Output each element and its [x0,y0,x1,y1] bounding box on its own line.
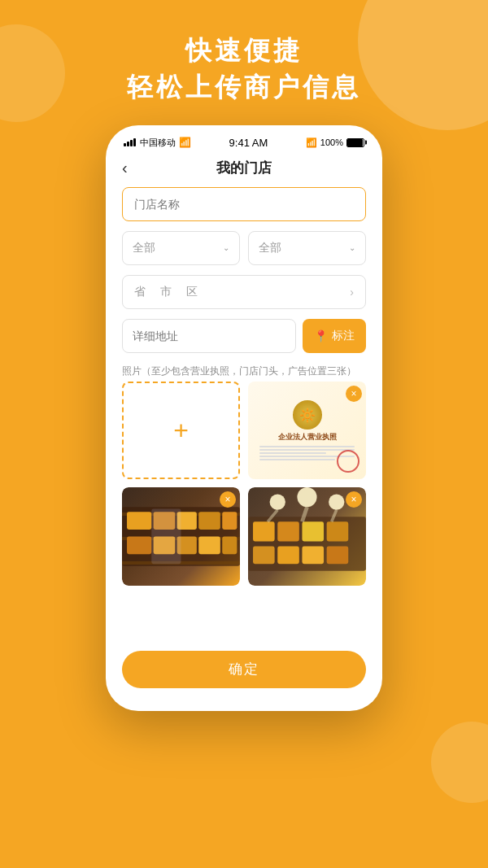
svg-rect-18 [302,522,324,542]
battery-percent: 100% [320,137,343,147]
license-photo-item: × 🔆 企业法人营业执照 [248,382,366,480]
status-left: 中国移动 📶 [124,137,191,149]
bg-decoration-circle-top-right [358,0,488,130]
wifi-icon: 📶 [179,137,191,148]
confirm-button[interactable]: 确定 [122,651,366,688]
bluetooth-icon: 📶 [306,137,317,148]
svg-rect-23 [327,547,349,565]
svg-point-14 [329,495,344,510]
category-selects-row: 全部 ⌄ 全部 ⌄ [122,231,366,265]
location-labels: 省 市 区 [134,285,198,299]
location-picker[interactable]: 省 市 区 › [122,275,366,309]
svg-rect-9 [198,537,220,555]
hero-line1: 快速便捷 [185,36,303,65]
photos-grid: + × 🔆 企业法人营业执照 [122,382,366,587]
license-stamp-icon [337,450,359,473]
phone-mockup: 中国移动 📶 9:41 AM 📶 100% ‹ 我的门店 全部 ⌄ 全部 ⌄ [106,125,382,711]
pin-icon: 📍 [314,329,328,342]
svg-point-12 [270,495,285,510]
photos-section: 照片（至少包含营业执照，门店门头，广告位置三张） + × 🔆 企业法人营业执照 [122,363,366,587]
category-select-1[interactable]: 全部 ⌄ [122,231,240,265]
svg-rect-21 [277,547,299,565]
svg-rect-22 [302,547,324,565]
chevron-right-icon: › [350,286,354,299]
hero-line2: 轻松上传商户信息 [127,72,361,102]
svg-rect-4 [198,513,220,530]
license-line-5 [259,459,335,460]
add-photo-button[interactable]: + [122,382,240,480]
bg-decoration-circle-top-left [0,24,65,122]
store-name-input[interactable] [122,187,366,221]
status-time: 9:41 AM [229,137,268,149]
back-button[interactable]: ‹ [122,159,128,177]
nav-bar: ‹ 我的门店 [106,155,382,187]
carrier-label: 中国移动 [140,137,176,149]
category-select-1-label: 全部 [133,241,155,255]
svg-rect-11 [151,509,181,565]
city-label: 市 [160,285,172,299]
svg-rect-16 [253,522,275,542]
plus-icon: + [173,416,189,446]
bg-decoration-circle-bottom-right [431,722,488,803]
signal-bar-4 [133,138,136,146]
signal-bar-3 [130,140,133,146]
signal-bar-1 [124,143,126,146]
store-photo-1-item: × [122,487,240,586]
address-row: 📍 标注 [122,319,366,353]
license-line-2 [259,449,354,451]
svg-point-13 [297,487,316,507]
battery-fill [347,139,363,146]
license-line-3 [259,452,325,454]
license-title-text: 企业法人营业执照 [278,433,337,443]
svg-rect-10 [222,537,237,555]
address-input[interactable] [122,319,296,353]
license-emblem-icon: 🔆 [293,400,322,430]
chevron-down-icon-1: ⌄ [223,243,229,252]
signal-bars-icon [124,138,136,146]
photos-label: 照片（至少包含营业执照，门店门头，广告位置三张） [122,364,366,378]
district-label: 区 [186,285,198,299]
store-photo-2-item: × [248,487,366,586]
mark-button[interactable]: 📍 标注 [303,319,366,353]
svg-rect-5 [222,513,237,530]
page-title: 我的门店 [216,159,272,177]
chevron-down-icon-2: ⌄ [349,243,355,252]
svg-rect-20 [253,547,275,565]
svg-rect-1 [127,513,151,530]
category-select-2[interactable]: 全部 ⌄ [248,231,366,265]
status-right: 📶 100% [306,137,364,148]
status-bar: 中国移动 📶 9:41 AM 📶 100% [106,125,382,155]
svg-rect-17 [277,522,299,542]
svg-rect-6 [127,537,151,555]
province-label: 省 [134,285,146,299]
remove-license-button[interactable]: × [346,386,362,402]
hero-section: 快速便捷 轻松上传商户信息 [127,33,361,106]
license-line-1 [259,446,354,447]
svg-rect-19 [327,522,349,542]
form-section: 全部 ⌄ 全部 ⌄ 省 市 区 › 📍 标注 照片（至少包 [106,187,382,638]
signal-bar-2 [127,142,129,146]
category-select-2-label: 全部 [259,241,281,255]
battery-icon [346,138,364,147]
mark-button-label: 标注 [332,329,355,343]
